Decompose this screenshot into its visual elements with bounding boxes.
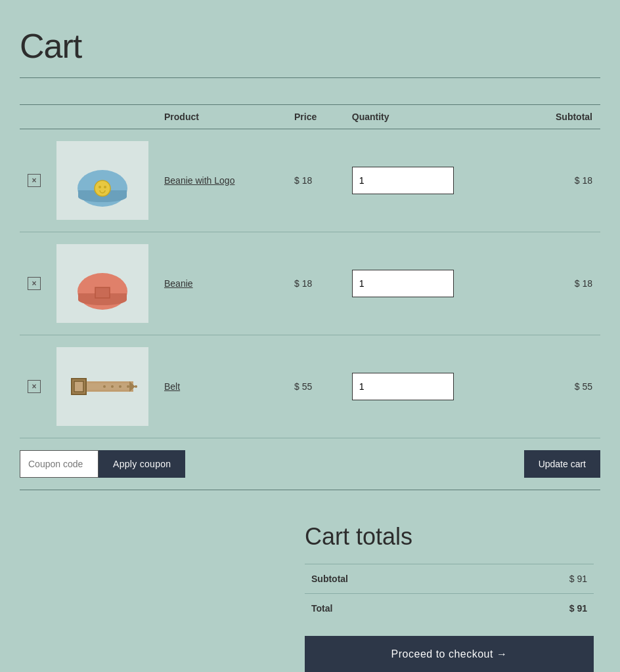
product-subtotal-cell: $ 18 bbox=[521, 232, 600, 335]
remove-cell: × bbox=[20, 335, 49, 438]
update-cart-button[interactable]: Update cart bbox=[524, 450, 600, 478]
product-image-canvas bbox=[66, 251, 139, 316]
product-image-canvas bbox=[66, 354, 139, 419]
total-label: Total bbox=[305, 594, 483, 623]
cart-actions: Apply coupon Update cart bbox=[20, 438, 600, 490]
product-price-cell: $ 18 bbox=[286, 232, 344, 335]
product-subtotal-cell: $ 55 bbox=[521, 335, 600, 438]
product-image-cell bbox=[49, 335, 156, 438]
total-value: $ 91 bbox=[483, 594, 594, 623]
product-price-cell: $ 55 bbox=[286, 335, 344, 438]
product-link[interactable]: Beanie bbox=[164, 278, 193, 289]
product-image-cell bbox=[49, 232, 156, 335]
product-qty-cell bbox=[344, 232, 521, 335]
subtotal-row: Subtotal $ 91 bbox=[305, 564, 594, 594]
col-header-quantity: Quantity bbox=[344, 105, 521, 129]
total-row: Total $ 91 bbox=[305, 594, 594, 623]
coupon-area: Apply coupon bbox=[20, 450, 185, 478]
remove-item-button[interactable]: × bbox=[28, 174, 41, 187]
product-image-canvas bbox=[66, 148, 139, 213]
cart-totals-section: Cart totals Subtotal $ 91 Total $ 91 Pro… bbox=[20, 523, 600, 672]
col-header-image bbox=[49, 105, 156, 129]
proceed-to-checkout-button[interactable]: Proceed to checkout → bbox=[305, 636, 594, 672]
remove-item-button[interactable]: × bbox=[28, 380, 41, 393]
product-image-wrapper bbox=[56, 244, 148, 323]
table-row: ×Belt$ 55$ 55 bbox=[20, 335, 600, 438]
table-row: ×Beanie with Logo$ 18$ 18 bbox=[20, 129, 600, 232]
product-image-wrapper bbox=[56, 347, 148, 426]
product-qty-cell bbox=[344, 129, 521, 232]
cart-table: Product Price Quantity Subtotal ×Beanie … bbox=[20, 104, 600, 438]
product-subtotal-cell: $ 18 bbox=[521, 129, 600, 232]
page-title: Cart bbox=[20, 26, 600, 66]
col-header-price: Price bbox=[286, 105, 344, 129]
col-header-product: Product bbox=[156, 105, 286, 129]
product-image-cell bbox=[49, 129, 156, 232]
title-divider bbox=[20, 77, 600, 78]
product-price-cell: $ 18 bbox=[286, 129, 344, 232]
product-link[interactable]: Belt bbox=[164, 381, 180, 392]
product-image-wrapper bbox=[56, 141, 148, 220]
subtotal-label: Subtotal bbox=[305, 564, 483, 594]
remove-cell: × bbox=[20, 232, 49, 335]
col-header-subtotal: Subtotal bbox=[521, 105, 600, 129]
table-row: ×Beanie$ 18$ 18 bbox=[20, 232, 600, 335]
apply-coupon-button[interactable]: Apply coupon bbox=[99, 450, 185, 478]
col-header-remove bbox=[20, 105, 49, 129]
product-name-cell: Beanie with Logo bbox=[156, 129, 286, 232]
subtotal-value: $ 91 bbox=[483, 564, 594, 594]
remove-item-button[interactable]: × bbox=[28, 277, 41, 290]
quantity-input[interactable] bbox=[352, 167, 454, 194]
product-link[interactable]: Beanie with Logo bbox=[164, 175, 234, 186]
quantity-input[interactable] bbox=[352, 373, 454, 400]
product-name-cell: Beanie bbox=[156, 232, 286, 335]
cart-totals-box: Cart totals Subtotal $ 91 Total $ 91 Pro… bbox=[305, 523, 594, 672]
coupon-input[interactable] bbox=[20, 450, 99, 478]
cart-totals-title: Cart totals bbox=[305, 523, 594, 551]
product-qty-cell bbox=[344, 335, 521, 438]
totals-table: Subtotal $ 91 Total $ 91 bbox=[305, 564, 594, 623]
product-name-cell: Belt bbox=[156, 335, 286, 438]
quantity-input[interactable] bbox=[352, 270, 454, 297]
remove-cell: × bbox=[20, 129, 49, 232]
